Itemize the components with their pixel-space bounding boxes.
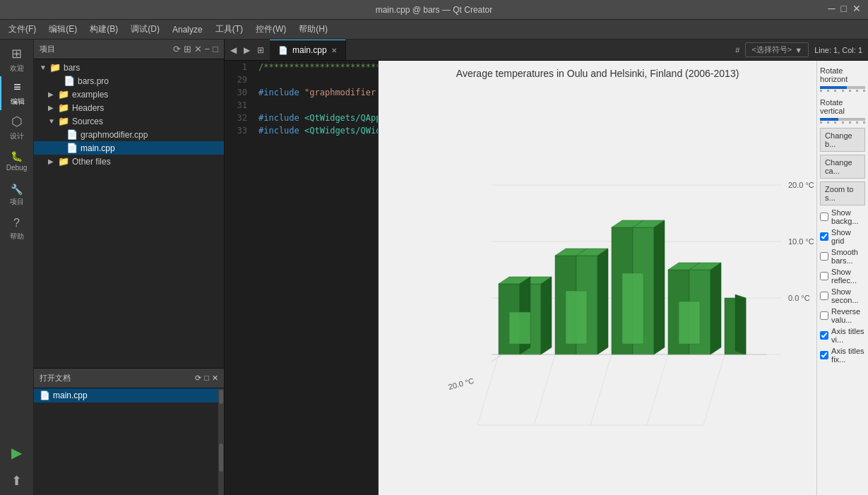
axis-titles-fix-label: Axis titles fix... bbox=[831, 347, 865, 364]
rotate-vert-slider[interactable] bbox=[820, 118, 865, 124]
sidebar-filter-icon[interactable]: ⊞ bbox=[184, 44, 191, 54]
activity-edit[interactable]: ≡ 编辑 bbox=[0, 76, 34, 110]
sidebar-expand-icon[interactable]: □ bbox=[213, 44, 218, 54]
activity-debugbar[interactable]: 🐛 Debug bbox=[0, 144, 34, 178]
change-ca-button[interactable]: Change ca... bbox=[820, 155, 865, 179]
menu-build[interactable]: 构建(B) bbox=[84, 21, 124, 37]
svg-text:20.0 °C: 20.0 °C bbox=[447, 376, 475, 390]
checkbox-show-grid[interactable]: Show grid bbox=[820, 228, 865, 245]
checkbox-show-reflection[interactable]: Show reflec... bbox=[820, 268, 865, 285]
symbol-selector[interactable]: <选择符号> ▼ bbox=[745, 42, 809, 57]
tab-forward-button[interactable]: ▶ bbox=[241, 44, 253, 56]
axis-titles-fix-checkbox[interactable] bbox=[820, 351, 828, 359]
tree-item-examples[interactable]: ▶ 📁 examples bbox=[34, 88, 224, 101]
menu-file[interactable]: 文件(F) bbox=[3, 21, 42, 37]
tree-label-bars-pro: bars.pro bbox=[78, 76, 109, 86]
activity-edit-label: 编辑 bbox=[11, 97, 25, 107]
folder-icon: 📁 bbox=[49, 62, 61, 73]
smooth-bars-checkbox[interactable] bbox=[820, 252, 828, 261]
file-active-icon: 📄 bbox=[40, 390, 50, 400]
axis-titles-vi-checkbox[interactable] bbox=[820, 331, 828, 340]
chart-title: Average temperatures in Oulu and Helsink… bbox=[379, 61, 816, 86]
sidebar-collapse-icon[interactable]: − bbox=[205, 44, 210, 54]
menu-analyze[interactable]: Analyze bbox=[167, 23, 208, 37]
tree-item-headers[interactable]: ▶ 📁 Headers bbox=[34, 101, 224, 114]
tab-close-button[interactable]: ✕ bbox=[331, 47, 337, 54]
checkbox-reverse-value[interactable]: Reverse valu... bbox=[820, 307, 865, 324]
svg-text:20.0 °C: 20.0 °C bbox=[788, 181, 814, 189]
project-icon: 🔧 bbox=[11, 184, 23, 195]
chevron-right-other-icon: ▶ bbox=[48, 157, 57, 165]
tree-item-graphmodifier[interactable]: 📄 graphmodifier.cpp bbox=[34, 128, 224, 141]
tab-label: main.cpp bbox=[292, 45, 327, 55]
open-doc-label: main.cpp bbox=[53, 390, 88, 400]
tree-label-sources: Sources bbox=[72, 117, 103, 126]
file-pro-icon: 📄 bbox=[64, 76, 75, 86]
sidebar-scrollbar-thumb[interactable] bbox=[219, 443, 223, 472]
show-reflection-label: Show reflec... bbox=[831, 268, 865, 285]
checkbox-smooth-bars[interactable]: Smooth bars... bbox=[820, 248, 865, 265]
build-button[interactable]: ⬆ bbox=[0, 467, 34, 495]
menu-edit[interactable]: 编辑(E) bbox=[43, 21, 83, 37]
tab-list-button[interactable]: ⊞ bbox=[254, 44, 267, 56]
menu-controls[interactable]: 控件(W) bbox=[250, 21, 292, 37]
zoom-to-s-button[interactable]: Zoom to s... bbox=[820, 181, 865, 205]
menu-tools[interactable]: 工具(T) bbox=[210, 21, 249, 37]
tree-label-examples: examples bbox=[72, 90, 108, 100]
close-button[interactable]: ✕ bbox=[852, 3, 861, 14]
sidebar-close-icon[interactable]: ✕ bbox=[194, 44, 202, 54]
sidebar-sync-icon[interactable]: ⟳ bbox=[173, 44, 181, 54]
tree-item-bars[interactable]: ▼ 📁 bars bbox=[34, 61, 224, 74]
code-line-32: 32 #include <QtWidgets/QApplication> bbox=[225, 112, 378, 124]
checkbox-show-background[interactable]: Show backg... bbox=[820, 208, 865, 225]
folder-other-icon: 📁 bbox=[58, 156, 69, 167]
open-docs-expand-icon[interactable]: □ bbox=[204, 374, 209, 383]
svg-marker-30 bbox=[566, 291, 587, 344]
tree-item-other-files[interactable]: ▶ 📁 Other files bbox=[34, 155, 224, 168]
activity-welcome[interactable]: ⊞ 欢迎 bbox=[0, 42, 34, 76]
menu-debug[interactable]: 调试(D) bbox=[125, 21, 165, 37]
scrollbar-thumb[interactable] bbox=[219, 390, 223, 404]
chevron-right-icon: ▶ bbox=[48, 90, 57, 98]
open-docs-close-icon[interactable]: ✕ bbox=[212, 374, 218, 383]
svg-line-38 bbox=[534, 354, 555, 425]
activity-project[interactable]: 🔧 项目 bbox=[0, 178, 34, 212]
checkbox-show-second[interactable]: Show secon... bbox=[820, 287, 865, 304]
tree-item-main-cpp[interactable]: 📄 main.cpp bbox=[34, 141, 224, 155]
symbol-selector-label: <选择符号> bbox=[751, 44, 792, 55]
tree-label-bars: bars bbox=[64, 63, 80, 73]
tree-item-bars-pro[interactable]: 📄 bars.pro bbox=[34, 74, 224, 88]
svg-line-40 bbox=[647, 354, 668, 425]
svg-marker-29 bbox=[509, 312, 530, 344]
reverse-value-checkbox[interactable] bbox=[820, 311, 828, 320]
svg-marker-34 bbox=[735, 294, 746, 354]
tree-label-graphmodifier: graphmodifier.cpp bbox=[81, 130, 148, 140]
activity-help[interactable]: ? 帮助 bbox=[0, 212, 34, 246]
change-b-button[interactable]: Change b... bbox=[820, 128, 865, 152]
show-grid-checkbox[interactable] bbox=[820, 232, 828, 241]
open-doc-main-cpp[interactable]: 📄 main.cpp bbox=[34, 388, 218, 402]
checkbox-axis-titles-vi[interactable]: Axis titles vi... bbox=[820, 327, 865, 344]
sidebar-title: 项目 bbox=[40, 44, 55, 54]
tab-back-button[interactable]: ◀ bbox=[227, 44, 239, 56]
tab-main-cpp[interactable]: 📄 main.cpp ✕ bbox=[270, 40, 346, 61]
activity-design[interactable]: ⬡ 设计 bbox=[0, 110, 34, 144]
tab-file-icon: 📄 bbox=[278, 46, 288, 55]
rotate-horiz-slider[interactable] bbox=[820, 86, 865, 93]
chart-svg: 20.0 °C 10.0 °C 0.0 °C 20.0 °C bbox=[379, 129, 816, 453]
open-docs-sync-icon[interactable]: ⟳ bbox=[195, 374, 201, 383]
svg-marker-23 bbox=[654, 220, 665, 354]
show-second-label: Show secon... bbox=[831, 287, 865, 304]
menu-help[interactable]: 帮助(H) bbox=[293, 21, 333, 37]
tree-item-sources[interactable]: ▼ 📁 Sources bbox=[34, 114, 224, 128]
maximize-button[interactable]: □ bbox=[841, 3, 847, 14]
svg-text:0.0 °C: 0.0 °C bbox=[788, 294, 810, 302]
show-second-checkbox[interactable] bbox=[820, 292, 828, 300]
show-reflection-checkbox[interactable] bbox=[820, 272, 828, 280]
run-button[interactable]: ▶ bbox=[0, 439, 34, 467]
show-background-checkbox[interactable] bbox=[820, 213, 828, 221]
minimize-button[interactable]: ─ bbox=[828, 3, 836, 14]
checkbox-axis-titles-fix[interactable]: Axis titles fix... bbox=[820, 347, 865, 364]
help-icon: ? bbox=[13, 217, 20, 229]
activity-design-label: 设计 bbox=[10, 131, 24, 141]
